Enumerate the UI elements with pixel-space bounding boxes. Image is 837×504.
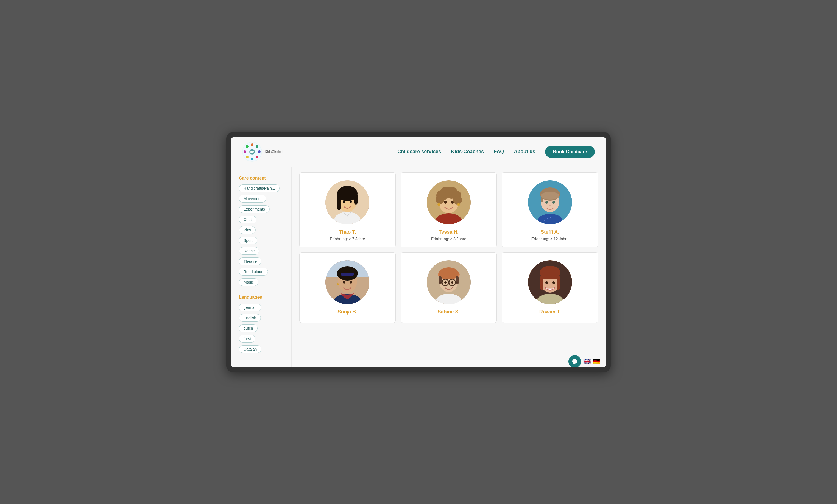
coach-card-thao[interactable]: Thao T. Erfahrung: > 7 Jahre xyxy=(299,173,396,247)
coach-name-steffi: Steffi A. xyxy=(541,229,559,235)
filter-german[interactable]: german xyxy=(239,304,261,311)
sidebar: Care content Handicrafts/Pain... Movemen… xyxy=(231,167,292,367)
coach-card-steffi[interactable]: Steffi A. Erfahrung: > 12 Jahre xyxy=(502,173,598,247)
svg-rect-15 xyxy=(354,194,358,204)
svg-point-39 xyxy=(545,201,548,204)
svg-point-38 xyxy=(541,192,559,200)
svg-point-30 xyxy=(457,203,460,206)
svg-point-45 xyxy=(544,220,545,221)
svg-point-28 xyxy=(451,201,453,204)
flag-uk[interactable]: 🇬🇧 xyxy=(583,358,591,365)
nav-childcare-services[interactable]: Childcare services xyxy=(397,149,441,155)
nav-kids-coaches[interactable]: Kids-Coaches xyxy=(451,149,484,155)
avatar-img-sonja xyxy=(325,260,369,304)
avatar-sonja xyxy=(325,260,369,304)
avatar-img-steffi xyxy=(528,180,572,224)
svg-point-7 xyxy=(244,150,246,153)
coach-card-rowan[interactable]: Rowan T. xyxy=(502,252,598,323)
avatar-steffi xyxy=(528,180,572,224)
svg-point-3 xyxy=(258,150,261,153)
svg-point-1 xyxy=(251,143,253,146)
filter-handicrafts[interactable]: Handicrafts/Pain... xyxy=(239,184,280,192)
filter-english[interactable]: English xyxy=(239,314,261,322)
nav-faq[interactable]: FAQ xyxy=(494,149,504,155)
filter-magic[interactable]: Magic xyxy=(239,278,259,286)
device-frame: KC KidsCircle.io Childcare services Kids… xyxy=(226,132,611,372)
svg-point-29 xyxy=(438,203,440,206)
svg-rect-74 xyxy=(541,275,559,280)
coach-card-tessa[interactable]: Tessa H. Erfahrung: > 3 Jahre xyxy=(400,173,497,247)
svg-point-52 xyxy=(343,281,345,284)
logo-text: KidsCircle.io xyxy=(265,150,285,154)
filter-chat[interactable]: Chat xyxy=(239,216,256,223)
logo-icon: KC xyxy=(242,142,262,162)
main-layout: Care content Handicrafts/Pain... Movemen… xyxy=(231,167,606,367)
svg-point-2 xyxy=(256,145,259,148)
coach-name-rowan: Rowan T. xyxy=(539,309,561,315)
coach-name-sonja: Sonja B. xyxy=(338,309,357,315)
avatar-rowan xyxy=(528,260,572,304)
svg-point-77 xyxy=(545,281,548,284)
svg-rect-51 xyxy=(340,273,354,276)
svg-point-5 xyxy=(251,158,253,160)
svg-point-16 xyxy=(343,200,345,203)
svg-point-44 xyxy=(550,217,551,218)
language-filter-list: german English dutch farsi Catalan xyxy=(239,304,287,355)
svg-point-59 xyxy=(439,267,459,280)
coach-exp-thao: Erfahrung: > 7 Jahre xyxy=(330,237,365,241)
svg-point-8 xyxy=(246,145,249,148)
avatar-sabine xyxy=(427,260,471,304)
svg-point-78 xyxy=(552,281,555,284)
avatar-img-sabine xyxy=(427,260,471,304)
filter-dance[interactable]: Dance xyxy=(239,247,259,255)
care-content-title: Care content xyxy=(239,176,287,181)
filter-catalan[interactable]: Catalan xyxy=(239,345,262,353)
svg-rect-60 xyxy=(439,276,442,284)
filter-farsi[interactable]: farsi xyxy=(239,335,255,343)
svg-point-6 xyxy=(246,156,249,158)
svg-point-17 xyxy=(350,200,352,203)
svg-line-66 xyxy=(456,282,458,283)
svg-rect-61 xyxy=(456,276,459,284)
coach-card-sabine[interactable]: Sabine S. xyxy=(400,252,497,323)
svg-point-53 xyxy=(350,281,352,284)
svg-point-54 xyxy=(337,283,339,286)
filter-movement[interactable]: Movement xyxy=(239,195,266,203)
svg-text:KC: KC xyxy=(250,151,254,154)
main-nav: Childcare services Kids-Coaches FAQ Abou… xyxy=(397,146,595,158)
book-childcare-button[interactable]: Book Childcare xyxy=(545,146,595,158)
svg-point-41 xyxy=(549,205,551,206)
svg-rect-75 xyxy=(540,275,544,290)
nav-about-us[interactable]: About us xyxy=(514,149,535,155)
svg-point-26 xyxy=(435,195,444,204)
chat-button[interactable] xyxy=(568,355,581,367)
coach-card-sonja[interactable]: Sonja B. xyxy=(299,252,396,323)
svg-line-64 xyxy=(439,282,442,283)
coach-name-tessa: Tessa H. xyxy=(439,229,459,235)
avatar-img-thao xyxy=(325,180,369,224)
svg-point-4 xyxy=(256,156,259,158)
svg-point-25 xyxy=(453,196,462,204)
svg-point-68 xyxy=(451,281,453,284)
care-filter-list: Handicrafts/Pain... Movement Experiments… xyxy=(239,184,287,288)
coach-name-sabine: Sabine S. xyxy=(438,309,460,315)
filter-sport[interactable]: Sport xyxy=(239,237,257,244)
avatar-thao xyxy=(325,180,369,224)
svg-rect-76 xyxy=(557,275,560,290)
logo-area: KC KidsCircle.io xyxy=(242,142,285,162)
coach-name-thao: Thao T. xyxy=(339,229,356,235)
svg-rect-14 xyxy=(337,194,340,210)
languages-title: Languages xyxy=(239,295,287,300)
filter-read-aloud[interactable]: Read aloud xyxy=(239,268,268,276)
filter-theatre[interactable]: Theatre xyxy=(239,257,262,265)
avatar-img-rowan xyxy=(528,260,572,304)
svg-point-40 xyxy=(552,201,555,204)
coaches-content: Thao T. Erfahrung: > 7 Jahre xyxy=(292,167,606,367)
coach-exp-steffi: Erfahrung: > 12 Jahre xyxy=(531,237,569,241)
filter-play[interactable]: Play xyxy=(239,226,256,234)
filter-dutch[interactable]: dutch xyxy=(239,324,257,332)
filter-experiments[interactable]: Experiments xyxy=(239,205,270,213)
flag-de[interactable]: 🇩🇪 xyxy=(593,358,600,365)
svg-point-43 xyxy=(547,218,548,219)
avatar-tessa xyxy=(427,180,471,224)
